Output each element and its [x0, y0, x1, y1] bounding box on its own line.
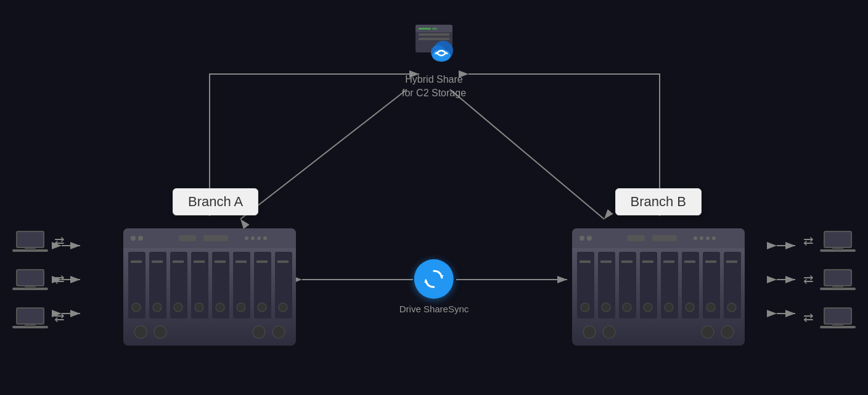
nas-branch-a [123, 228, 296, 346]
hybrid-share: Hybrid Share for C2 Storage [402, 19, 466, 101]
svg-point-56 [579, 236, 584, 241]
svg-point-62 [706, 236, 710, 240]
svg-rect-101 [17, 309, 43, 323]
svg-marker-44 [256, 260, 268, 263]
svg-point-78 [665, 303, 673, 312]
svg-point-24 [263, 236, 267, 240]
svg-rect-115 [832, 325, 843, 326]
svg-marker-83 [705, 260, 716, 263]
svg-point-89 [603, 326, 615, 338]
svg-rect-5 [419, 33, 449, 36]
svg-marker-77 [663, 260, 674, 263]
arrow-double-left-3: ⇄ [54, 310, 65, 325]
svg-point-21 [245, 236, 248, 240]
svg-marker-71 [621, 260, 633, 263]
svg-point-52 [272, 326, 285, 338]
clients-left: ⇄ ⇄ ⇄ [12, 228, 65, 330]
svg-rect-99 [25, 286, 36, 288]
arrow-double-left-2: ⇄ [54, 272, 65, 286]
svg-point-69 [602, 303, 610, 312]
svg-point-33 [174, 303, 182, 312]
svg-point-90 [702, 326, 714, 338]
svg-point-61 [700, 236, 703, 240]
svg-point-36 [195, 303, 203, 312]
svg-point-39 [216, 303, 224, 312]
svg-point-60 [694, 236, 697, 240]
svg-rect-8 [432, 28, 437, 30]
svg-point-66 [581, 303, 589, 312]
branch-b-label: Branch B [615, 188, 702, 215]
laptop-icon-left-1 [12, 228, 48, 253]
drive-sharesync: Drive ShareSync [399, 259, 469, 314]
svg-rect-95 [25, 248, 36, 250]
svg-marker-65 [579, 260, 591, 263]
svg-marker-29 [152, 260, 163, 263]
client-left-1: ⇄ [12, 228, 65, 253]
client-right-2: ⇄ [803, 267, 856, 291]
laptop-icon-right-3 [820, 305, 856, 330]
laptop-icon-left-3 [12, 305, 48, 330]
arrow-double-right-1: ⇄ [803, 233, 814, 248]
svg-point-17 [131, 236, 136, 241]
drive-sharesync-label: Drive ShareSync [399, 304, 469, 314]
svg-marker-38 [215, 260, 226, 263]
svg-rect-107 [832, 248, 843, 250]
svg-marker-68 [600, 260, 612, 263]
svg-point-49 [134, 326, 147, 338]
svg-point-30 [153, 303, 162, 312]
svg-rect-58 [628, 235, 645, 241]
svg-rect-113 [825, 309, 851, 323]
sync-icon [414, 259, 454, 299]
nas-branch-b [572, 228, 745, 346]
svg-rect-6 [419, 38, 449, 40]
branch-a-label: Branch A [173, 188, 258, 215]
svg-rect-20 [203, 235, 228, 241]
svg-point-57 [587, 236, 592, 241]
diagram-container: Hybrid Share for C2 Storage Branch A Bra… [0, 0, 868, 395]
svg-rect-59 [652, 235, 677, 241]
arrow-double-right-2: ⇄ [803, 272, 814, 286]
laptop-icon-right-1 [820, 228, 856, 253]
svg-point-50 [154, 326, 166, 338]
svg-point-51 [253, 326, 265, 338]
svg-marker-47 [277, 260, 289, 263]
laptop-icon-right-2 [820, 267, 856, 291]
svg-point-81 [686, 303, 694, 312]
svg-point-84 [706, 303, 715, 312]
svg-point-23 [257, 236, 261, 240]
svg-marker-41 [235, 260, 247, 263]
arrow-hybrid-to-branch-a [240, 89, 407, 219]
arrow-hybrid-to-branch-b [450, 89, 604, 219]
svg-point-75 [644, 303, 652, 312]
svg-rect-93 [17, 232, 43, 247]
client-left-2: ⇄ [12, 267, 65, 291]
arrow-double-left-1: ⇄ [54, 233, 65, 248]
hybrid-share-label: Hybrid Share for C2 Storage [402, 73, 466, 101]
client-right-1: ⇄ [803, 228, 856, 253]
svg-point-45 [258, 303, 266, 312]
svg-rect-97 [17, 270, 43, 285]
svg-point-87 [727, 303, 736, 312]
svg-point-72 [623, 303, 631, 312]
svg-marker-74 [642, 260, 653, 263]
svg-marker-80 [684, 260, 695, 263]
svg-point-18 [138, 236, 143, 241]
svg-point-88 [583, 326, 596, 338]
arrow-double-right-3: ⇄ [803, 310, 814, 325]
svg-rect-19 [179, 235, 196, 241]
svg-marker-35 [194, 260, 205, 263]
svg-rect-7 [419, 28, 431, 30]
laptop-icon-left-2 [12, 267, 48, 291]
client-left-3: ⇄ [12, 305, 65, 330]
svg-point-22 [251, 236, 255, 240]
svg-marker-86 [726, 260, 737, 263]
client-right-3: ⇄ [803, 305, 856, 330]
svg-point-48 [279, 303, 287, 312]
svg-rect-109 [825, 270, 851, 285]
svg-point-63 [712, 236, 716, 240]
svg-rect-111 [832, 286, 843, 288]
hybrid-share-icon [406, 19, 462, 68]
svg-rect-105 [825, 232, 851, 247]
svg-point-91 [721, 326, 734, 338]
svg-rect-103 [25, 325, 36, 326]
